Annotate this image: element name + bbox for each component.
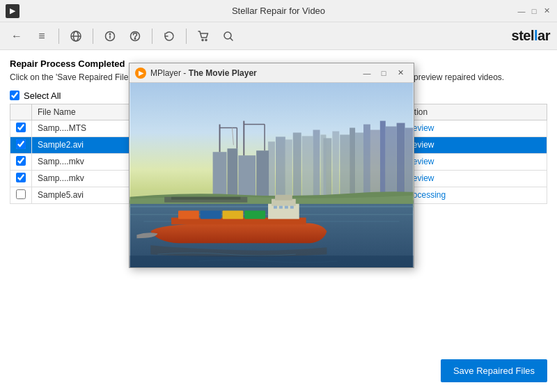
svg-rect-25: [380, 121, 386, 197]
row-checkbox-cell: [10, 170, 32, 187]
svg-rect-35: [320, 134, 326, 196]
toolbar: ← ≡: [0, 22, 557, 50]
col-checkbox-header: [10, 104, 32, 120]
row-checkbox-5[interactable]: [16, 189, 26, 199]
svg-rect-26: [386, 127, 397, 197]
svg-rect-55: [285, 206, 288, 209]
svg-rect-22: [355, 132, 363, 196]
svg-rect-19: [332, 131, 339, 196]
refresh-button[interactable]: [159, 26, 179, 46]
globe-button[interactable]: [66, 26, 86, 46]
maximize-button[interactable]: □: [529, 6, 539, 16]
menu-button[interactable]: ≡: [32, 26, 52, 46]
svg-rect-31: [285, 139, 292, 196]
svg-point-8: [202, 39, 203, 40]
svg-rect-58: [201, 211, 221, 219]
svg-rect-34: [313, 130, 320, 196]
brand-logo: stellar: [512, 28, 550, 44]
row-checkbox-1[interactable]: [16, 123, 26, 132]
svg-rect-53: [274, 206, 277, 209]
svg-rect-60: [244, 211, 265, 219]
separator-4: [186, 29, 187, 44]
window-controls[interactable]: — □ ✕: [517, 6, 551, 16]
svg-line-11: [230, 38, 233, 40]
row-checkbox-4[interactable]: [16, 173, 26, 182]
mplayer-minimize-button[interactable]: —: [359, 67, 375, 79]
select-all-checkbox[interactable]: [10, 91, 19, 100]
svg-rect-59: [223, 211, 244, 219]
svg-rect-37: [227, 148, 237, 196]
row-checkbox-cell: [10, 136, 32, 153]
svg-rect-54: [279, 206, 283, 209]
cart-button[interactable]: [194, 26, 213, 46]
title-bar: ▶ Stellar Repair for Video — □ ✕: [0, 0, 557, 22]
svg-point-7: [134, 38, 135, 38]
back-button[interactable]: ←: [7, 26, 26, 46]
separator-1: [58, 29, 59, 44]
svg-rect-30: [276, 136, 285, 196]
mplayer-titlebar: ▶ MPlayer - The Movie Player — □ ✕: [130, 63, 414, 83]
svg-rect-57: [178, 211, 199, 219]
svg-rect-38: [238, 155, 256, 197]
row-action: Preview: [398, 170, 547, 187]
mplayer-window: ▶ MPlayer - The Movie Player — □ ✕: [129, 63, 414, 268]
svg-rect-21: [350, 128, 355, 197]
svg-rect-52: [275, 195, 292, 201]
select-all-label: Select All: [24, 91, 61, 101]
col-action-header: Action: [398, 104, 547, 120]
mplayer-icon: ▶: [135, 68, 146, 79]
help-button[interactable]: [125, 26, 145, 46]
row-checkbox-2[interactable]: [16, 139, 26, 149]
save-button-row: Save Repaired Files: [441, 359, 547, 382]
video-frame: [130, 83, 414, 267]
row-action: Processing: [398, 187, 547, 203]
row-checkbox-cell: [10, 187, 32, 203]
row-action: Preview: [398, 136, 547, 153]
svg-rect-33: [302, 136, 313, 196]
svg-rect-28: [405, 128, 414, 197]
svg-rect-48: [171, 197, 240, 200]
mplayer-window-controls[interactable]: — □ ✕: [359, 67, 408, 79]
search-button[interactable]: [219, 26, 238, 46]
brand-accent: l: [534, 28, 538, 43]
svg-point-9: [205, 39, 207, 40]
svg-rect-56: [290, 206, 294, 209]
window-title: Stellar Repair for Video: [232, 6, 325, 16]
info-button[interactable]: [100, 26, 120, 46]
svg-point-5: [109, 33, 110, 34]
app-icon: ▶: [6, 4, 19, 18]
mplayer-close-button[interactable]: ✕: [393, 67, 408, 79]
svg-rect-24: [370, 130, 380, 196]
close-button[interactable]: ✕: [542, 6, 551, 16]
separator-3: [152, 29, 152, 44]
svg-rect-23: [363, 125, 370, 197]
svg-rect-39: [256, 150, 269, 196]
row-checkbox-cell: [10, 120, 32, 136]
svg-rect-36: [213, 152, 227, 197]
mplayer-title: MPlayer - The Movie Player: [150, 68, 355, 78]
row-action: Preview: [398, 153, 547, 170]
mplayer-video-area: [130, 83, 414, 267]
svg-rect-32: [293, 132, 301, 196]
save-repaired-files-button[interactable]: Save Repaired Files: [441, 359, 547, 382]
minimize-button[interactable]: —: [517, 6, 526, 16]
row-checkbox-3[interactable]: [16, 156, 26, 166]
mplayer-title-prefix: MPlayer -: [150, 68, 189, 78]
title-bar-left: ▶: [6, 4, 19, 18]
row-action: Preview: [398, 120, 547, 136]
svg-rect-29: [268, 141, 275, 196]
svg-rect-50: [268, 204, 299, 219]
svg-rect-27: [397, 123, 405, 197]
svg-rect-61: [130, 256, 414, 267]
svg-rect-20: [340, 134, 350, 196]
mplayer-title-app: The Movie Player: [189, 68, 257, 78]
row-checkbox-cell: [10, 153, 32, 170]
mplayer-maximize-button[interactable]: □: [376, 67, 391, 79]
separator-2: [93, 29, 93, 44]
